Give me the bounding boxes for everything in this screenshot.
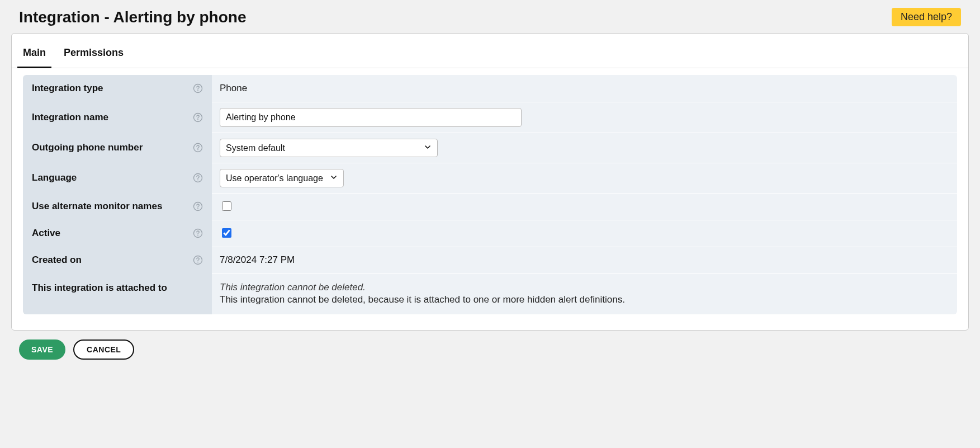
attached-body-note: This integration cannot be deleted, beca… [220, 294, 949, 305]
help-icon[interactable] [193, 173, 203, 183]
row-alt-monitor-names: Use alternate monitor names [23, 193, 957, 220]
attached-italic-note: This integration cannot be deleted. [220, 282, 949, 293]
svg-point-13 [197, 262, 198, 263]
page: Integration - Alerting by phone Need hel… [0, 0, 980, 448]
svg-point-11 [197, 235, 198, 236]
outgoing-phone-select[interactable]: System default [220, 139, 438, 157]
need-help-button[interactable]: Need help? [892, 8, 961, 26]
value-created-on: 7/8/2024 7:27 PM [220, 254, 295, 265]
page-title: Integration - Alerting by phone [19, 8, 247, 26]
help-icon[interactable] [193, 255, 203, 265]
help-icon[interactable] [193, 228, 203, 238]
main-panel: Main Permissions Integration type [11, 33, 969, 331]
row-language: Language Use operator's language [23, 163, 957, 193]
label-language: Language [32, 172, 77, 183]
integration-name-input[interactable] [220, 108, 522, 127]
label-outgoing-phone: Outgoing phone number [32, 142, 143, 153]
cancel-button[interactable]: CANCEL [73, 339, 134, 360]
svg-point-5 [197, 149, 198, 150]
value-integration-type: Phone [220, 83, 247, 93]
svg-point-9 [197, 208, 198, 209]
tab-main[interactable]: Main [23, 45, 46, 68]
label-integration-name: Integration name [32, 112, 108, 123]
action-buttons: SAVE CANCEL [11, 339, 969, 360]
active-checkbox[interactable] [222, 228, 231, 238]
row-active: Active [23, 220, 957, 247]
label-attached: This integration is attached to [32, 282, 167, 294]
row-created-on: Created on 7/8/2024 7:27 PM [23, 247, 957, 273]
form-container: Integration type Phone Integration nam [12, 68, 968, 330]
alt-monitor-checkbox[interactable] [222, 201, 231, 211]
row-outgoing-phone: Outgoing phone number System default [23, 133, 957, 163]
header-row: Integration - Alerting by phone Need hel… [11, 8, 969, 33]
row-integration-type: Integration type Phone [23, 75, 957, 102]
svg-point-3 [197, 119, 198, 120]
label-active: Active [32, 228, 60, 239]
form-table: Integration type Phone Integration nam [23, 75, 957, 314]
row-attached-to: This integration is attached to This int… [23, 273, 957, 314]
language-select[interactable]: Use operator's language [220, 169, 344, 187]
tabs-bar: Main Permissions [12, 34, 968, 68]
help-icon[interactable] [193, 143, 203, 153]
help-icon[interactable] [193, 83, 203, 93]
save-button[interactable]: SAVE [19, 339, 65, 360]
help-icon[interactable] [193, 112, 203, 122]
label-alt-monitor: Use alternate monitor names [32, 201, 162, 212]
svg-point-1 [197, 90, 198, 91]
tab-permissions[interactable]: Permissions [64, 45, 124, 68]
svg-point-7 [197, 180, 198, 181]
label-integration-type: Integration type [32, 83, 103, 94]
label-created-on: Created on [32, 254, 82, 266]
row-integration-name: Integration name [23, 102, 957, 133]
help-icon[interactable] [193, 201, 203, 211]
